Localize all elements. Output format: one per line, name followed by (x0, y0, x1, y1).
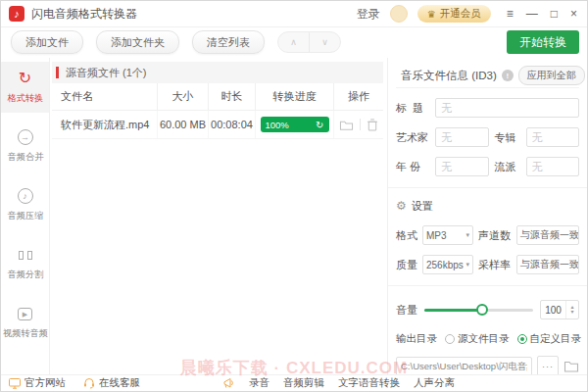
output-path-input[interactable] (396, 357, 532, 376)
year-field-label: 年 份 (396, 160, 429, 174)
add-file-button[interactable]: 添加文件 (11, 30, 83, 54)
audio-split-icon (19, 246, 32, 264)
titlebar: ♪ 闪电音频格式转换器 登录 ♛ 开通会员 ≡ — □ × (1, 1, 587, 27)
sidebar-item-audio-compress[interactable]: ♪ 音频压缩 (1, 179, 49, 230)
col-duration: 时长 (209, 83, 256, 110)
slider-fill (424, 309, 482, 312)
file-size: 60.00 MB (158, 111, 209, 138)
id3-title: 音乐文件信息 (ID3) (401, 69, 497, 83)
col-actions: 操作 (334, 83, 383, 110)
audio-merge-icon: → (18, 129, 33, 145)
statusbar-link-tts[interactable]: 文字语音转换 (338, 376, 400, 390)
app-logo-icon: ♪ (9, 6, 24, 22)
volume-label: 音量 (396, 303, 417, 318)
add-folder-button[interactable]: 添加文件夹 (96, 30, 179, 54)
vip-button[interactable]: ♛ 开通会员 (417, 5, 491, 23)
sidebar-item-label: 格式转换 (7, 92, 43, 105)
statusbar-link-audio-edit[interactable]: 音频剪辑 (283, 376, 324, 390)
format-select[interactable]: MP3 ▾ (422, 225, 473, 245)
output-dir-label: 输出目录 (396, 332, 437, 346)
sidebar-item-format-convert[interactable]: ↻ 格式转换 (1, 62, 49, 113)
online-support-link[interactable]: 在线客服 (83, 376, 140, 390)
table-row[interactable]: 软件更新流程.mp4 60.00 MB 00:08:04 100% ↻ (52, 111, 383, 139)
samplerate-select[interactable]: 与源音频一致 ▾ (516, 255, 579, 274)
sidebar-item-label: 音频合并 (7, 151, 43, 164)
official-website-link[interactable]: 官方网站 (9, 376, 66, 390)
format-convert-icon: ↻ (19, 70, 31, 87)
move-up-button[interactable]: ∧ (278, 32, 310, 52)
file-progress-cell: 100% ↻ (256, 111, 334, 138)
vip-label: 开通会员 (440, 7, 481, 21)
app-window: ♪ 闪电音频格式转换器 登录 ♛ 开通会员 ≡ — □ × 添加文件 添加文件夹… (0, 0, 588, 392)
spin-down-icon[interactable]: ▾ (570, 310, 573, 315)
title-field-label: 标 题 (396, 101, 429, 116)
settings-title: 设置 (412, 199, 433, 214)
official-website-label: 官方网站 (24, 376, 66, 390)
radio-custom-dir[interactable]: 自定义目录 (517, 332, 582, 346)
spinner-arrows[interactable]: ▴ ▾ (565, 301, 578, 318)
album-field[interactable] (526, 127, 580, 147)
start-convert-button[interactable]: 开始转换 (507, 30, 579, 54)
radio-icon (445, 334, 455, 344)
delete-icon[interactable] (367, 119, 378, 131)
title-field[interactable] (435, 98, 579, 118)
progress-bar: 100% ↻ (261, 117, 329, 132)
clear-list-button[interactable]: 清空列表 (192, 30, 265, 54)
col-size: 大小 (158, 83, 209, 110)
progress-value: 100% (266, 120, 289, 130)
channels-value: 与源音频一致 (520, 228, 579, 242)
sidebar-item-label: 视频转音频 (3, 327, 48, 340)
slider-knob[interactable] (476, 304, 488, 316)
menu-icon[interactable]: ≡ (507, 7, 514, 21)
channels-select[interactable]: 与源音频一致 ▾ (516, 225, 579, 245)
sidebar-item-audio-merge[interactable]: → 音频合并 (1, 121, 49, 172)
settings-header: ⚙ 设置 (396, 196, 579, 216)
login-link[interactable]: 登录 (357, 6, 380, 23)
close-button[interactable]: × (570, 7, 577, 21)
chevron-down-icon: ▾ (466, 231, 469, 239)
minimize-button[interactable]: — (526, 7, 538, 21)
open-folder-icon[interactable] (339, 119, 354, 131)
monitor-icon (9, 378, 21, 389)
volume-slider[interactable] (424, 304, 533, 316)
open-output-folder-icon[interactable] (564, 360, 579, 373)
file-list-panel: 源音频文件 (1个) 文件名 大小 时长 转换进度 操作 软件更新流程.mp4 … (52, 62, 383, 139)
sidebar-item-label: 音频分割 (7, 269, 43, 281)
col-filename: 文件名 (52, 83, 158, 110)
radio-source-dir[interactable]: 源文件目录 (445, 332, 510, 346)
year-field[interactable] (435, 157, 489, 176)
sidebar-item-label: 音频压缩 (7, 210, 43, 222)
volume-input[interactable]: 100 ▴ ▾ (540, 300, 579, 319)
chevron-down-icon: ▾ (466, 261, 469, 269)
format-value: MP3 (426, 230, 447, 241)
chevron-up-icon: ∧ (290, 37, 297, 47)
genre-field-label: 流派 (495, 160, 520, 174)
gear-icon: ⚙ (396, 200, 407, 212)
quality-select[interactable]: 256kbps ▾ (422, 255, 473, 274)
apply-all-button[interactable]: 应用到全部 (518, 66, 585, 85)
video-to-audio-icon: ▶ (18, 308, 32, 320)
divider (360, 119, 361, 130)
maximize-button[interactable]: □ (551, 7, 558, 21)
quality-value: 256kbps (426, 260, 464, 270)
music-note-icon: ♪ (14, 8, 20, 20)
genre-field[interactable] (526, 157, 580, 176)
radio-source-label: 源文件目录 (458, 332, 510, 346)
statusbar-link-record[interactable]: 录音 (249, 376, 270, 390)
divider (388, 187, 587, 188)
reconvert-icon[interactable]: ↻ (316, 120, 323, 130)
sidebar-item-audio-split[interactable]: 音频分割 (1, 238, 49, 289)
samplerate-label: 采样率 (478, 258, 512, 272)
statusbar-link-vocal-separation[interactable]: 人声分离 (414, 376, 455, 390)
info-icon: ! (502, 70, 514, 81)
artist-field[interactable] (435, 127, 489, 147)
settings-panel: 音乐文件信息 (ID3) ! 应用到全部 标 题 艺术家 专辑 年 份 流派 ⚙… (387, 58, 587, 375)
divider (388, 285, 587, 286)
avatar[interactable] (390, 5, 408, 23)
online-support-label: 在线客服 (99, 376, 140, 390)
headset-icon (83, 377, 95, 389)
accent-bar (56, 67, 59, 78)
move-down-button[interactable]: ∨ (310, 32, 340, 52)
channels-label: 声道数 (478, 228, 512, 243)
sidebar-item-video-to-audio[interactable]: ▶ 视频转音频 (1, 297, 49, 348)
